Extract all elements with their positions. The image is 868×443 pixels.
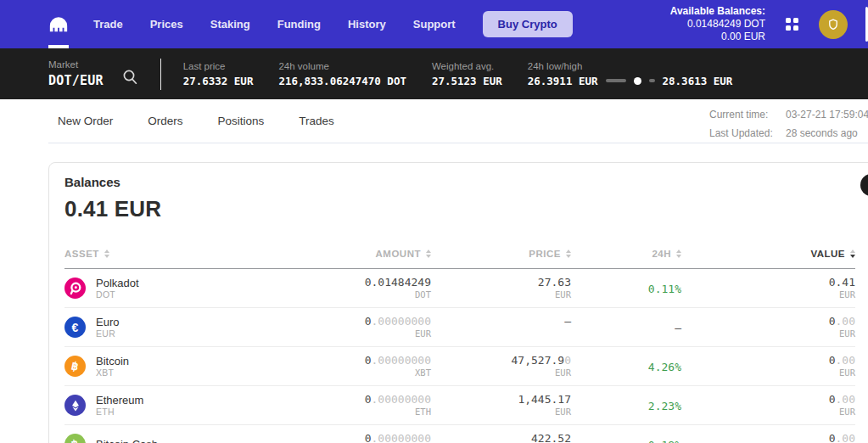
available-balances: Available Balances: 0.01484249 DOT 0.00 … [670, 5, 765, 43]
asset-code: EUR [96, 328, 119, 339]
change-cell: — [571, 320, 681, 335]
balances-card: Balances 0.41 EUR ASSET AMOUNT PRICE 24H… [48, 162, 868, 443]
value-cell: 0.41 EUR [681, 276, 855, 300]
amount-cell: 0.01484249 DOT [261, 276, 431, 300]
sort-icon [104, 250, 109, 258]
change-cell: 0.18% [571, 437, 681, 443]
nav-item-trade[interactable]: Trade [93, 18, 123, 31]
table-row-bitcoin-cash[interactable]: ฿ Bitcoin Cash 0.00000000 422.52 0.18% 0… [64, 425, 855, 443]
table-header: ASSET AMOUNT PRICE 24H VALUE [64, 249, 855, 269]
table-row-bitcoin[interactable]: ฿ Bitcoin XBT 0.00000000 XBT 47,527.90 E… [64, 347, 855, 386]
kraken-logo[interactable] [48, 0, 69, 48]
market-label: Market [48, 59, 104, 70]
current-time-label: Current time: [709, 105, 786, 124]
table-row-polkadot[interactable]: Polkadot DOT 0.01484249 DOT 27.63 EUR 0.… [64, 269, 855, 308]
bitcoin-cash-icon: ฿ [64, 434, 86, 443]
status-block: Current time: 03-27-21 17:59:04 +01: Las… [709, 105, 868, 143]
last-updated-value: 28 seconds ago [786, 124, 858, 143]
tab-trades[interactable]: Trades [299, 115, 334, 127]
low-value: 26.3911 EUR [528, 75, 598, 87]
value-cell: 0.00 EUR [681, 354, 855, 379]
stat-label: Weighted avg. [432, 61, 502, 71]
tab-orders[interactable]: Orders [148, 115, 182, 127]
order-tabs: New Order Orders Positions Trades [58, 115, 334, 127]
bitcoin-icon: ฿ [64, 356, 86, 377]
stat-24h-volume: 24h volume 216,833.06247470 DOT [278, 61, 406, 87]
price-cell: 422.52 [431, 432, 571, 443]
nav-item-funding[interactable]: Funding [277, 18, 321, 31]
market-pair-selector[interactable]: Market DOT/EUR [48, 59, 104, 88]
stat-value: 27.6332 EUR [183, 75, 254, 87]
column-label: ASSET [64, 249, 99, 259]
asset-code: XBT [96, 367, 129, 379]
buy-crypto-button[interactable]: Buy Crypto [483, 11, 573, 37]
price-cell: 1,445.17 EUR [431, 393, 571, 418]
apps-grid-icon[interactable] [786, 18, 798, 31]
stat-24h-low-high: 24h low/high 26.3911 EUR 28.3613 EUR [528, 61, 733, 87]
tab-positions[interactable]: Positions [218, 115, 265, 127]
asset-code: ETH [96, 407, 143, 418]
tab-new-order[interactable]: New Order [58, 115, 113, 127]
available-balance-eur: 0.00 EUR [670, 31, 765, 43]
ethereum-icon [64, 395, 86, 416]
asset-code: DOT [96, 289, 139, 300]
table-row-euro[interactable]: € Euro EUR 0.00000000 EUR — — 0.00 EUR [64, 308, 855, 347]
asset-name: Bitcoin [96, 355, 129, 367]
range-bar-left [606, 79, 626, 82]
asset-name: Euro [96, 316, 119, 328]
available-balances-label: Available Balances: [670, 5, 765, 18]
high-value: 28.3613 EUR [663, 75, 733, 87]
asset-name: Bitcoin Cash [96, 438, 158, 443]
column-header-asset[interactable]: ASSET [64, 249, 261, 259]
change-cell: 0.11% [571, 281, 681, 296]
stat-last-price: Last price 27.6332 EUR [183, 61, 254, 87]
amount-cell: 0.00000000 EUR [261, 315, 431, 339]
stat-label: 24h low/high [528, 61, 733, 71]
current-time-value: 03-27-21 17:59:04 +01: [786, 105, 868, 124]
value-cell: 0.00 [681, 432, 855, 443]
column-label: VALUE [810, 249, 845, 259]
card-action-button[interactable] [860, 174, 868, 196]
market-bar: Market DOT/EUR Last price 27.6332 EUR 24… [0, 48, 868, 99]
kraken-logo-icon [48, 15, 69, 33]
column-header-price[interactable]: PRICE [431, 249, 571, 259]
nav-menu: Trade Prices Staking Funding History Sup… [93, 18, 456, 31]
asset-name: Polkadot [96, 277, 139, 289]
nav-item-history[interactable]: History [348, 18, 386, 31]
security-badge[interactable] [819, 10, 848, 39]
divider [160, 59, 161, 90]
amount-cell: 0.00000000 [261, 432, 431, 443]
stat-label: 24h volume [278, 61, 406, 71]
nav-right-group: Available Balances: 0.01484249 DOT 0.00 … [670, 5, 868, 43]
column-label: AMOUNT [376, 249, 421, 259]
euro-icon: € [64, 317, 86, 338]
stat-value: 27.5123 EUR [432, 75, 502, 87]
change-cell: 4.26% [571, 359, 681, 374]
balances-total: 0.41 EUR [64, 197, 855, 221]
available-balance-dot: 0.01484249 DOT [670, 18, 765, 31]
nav-item-staking[interactable]: Staking [210, 18, 250, 31]
value-cell: 0.00 EUR [681, 393, 855, 418]
column-header-value[interactable]: VALUE [681, 249, 855, 259]
column-header-24h[interactable]: 24H [571, 249, 681, 259]
value-cell: 0.00 EUR [681, 315, 855, 339]
nav-item-support[interactable]: Support [413, 18, 456, 31]
column-label: PRICE [529, 249, 561, 259]
balances-title: Balances [64, 175, 855, 189]
column-header-amount[interactable]: AMOUNT [261, 249, 431, 259]
price-cell: — [431, 315, 571, 339]
stat-label: Last price [183, 61, 254, 71]
search-icon[interactable] [122, 69, 138, 85]
nav-item-prices[interactable]: Prices [150, 18, 183, 31]
amount-cell: 0.00000000 XBT [261, 354, 431, 379]
price-cell: 27.63 EUR [431, 276, 571, 300]
range-bar-right [649, 79, 655, 82]
column-label: 24H [652, 249, 671, 259]
table-row-ethereum[interactable]: Ethereum ETH 0.00000000 ETH 1,445.17 EUR… [64, 386, 855, 425]
polkadot-icon [64, 278, 86, 299]
amount-cell: 0.00000000 ETH [261, 393, 431, 418]
stat-value: 216,833.06247470 DOT [278, 75, 406, 87]
divider [48, 143, 868, 143]
asset-name: Ethereum [96, 394, 143, 407]
sort-icon-active [850, 250, 855, 258]
